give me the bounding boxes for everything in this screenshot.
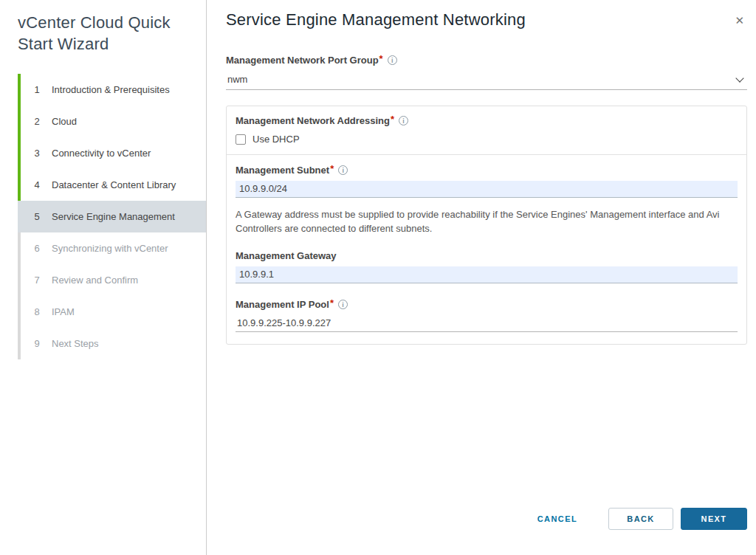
step-number: 9 bbox=[31, 338, 43, 349]
sidebar-item-introduction-prerequisites[interactable]: 1 Introduction & Prerequisites bbox=[18, 74, 206, 106]
page-title: Service Engine Management Networking bbox=[226, 10, 526, 30]
sidebar-item-ipam: 8 IPAM bbox=[18, 296, 206, 328]
step-label: Connectivity to vCenter bbox=[52, 148, 151, 159]
use-dhcp-checkbox[interactable] bbox=[236, 134, 246, 145]
step-number: 4 bbox=[31, 179, 43, 190]
gateway-label: Management Gateway bbox=[236, 250, 337, 262]
step-number: 3 bbox=[31, 148, 43, 159]
step-label: Introduction & Prerequisites bbox=[52, 84, 170, 95]
next-button[interactable]: NEXT bbox=[681, 508, 747, 530]
step-number: 6 bbox=[31, 243, 43, 254]
network-addressing-card: Management Network Addressing * i Use DH… bbox=[226, 106, 747, 345]
step-number: 2 bbox=[31, 116, 43, 127]
step-label: Synchronizing with vCenter bbox=[52, 243, 168, 254]
required-asterisk: * bbox=[330, 299, 334, 308]
step-label: IPAM bbox=[52, 306, 75, 317]
info-icon[interactable]: i bbox=[338, 165, 348, 175]
step-label: Cloud bbox=[52, 116, 77, 127]
subnet-label-row: Management Subnet * i bbox=[236, 165, 738, 176]
port-group-selected-value: nwm bbox=[227, 74, 247, 85]
gateway-note: A Gateway address must be supplied to pr… bbox=[236, 208, 738, 236]
port-group-select[interactable]: nwm bbox=[226, 71, 747, 90]
info-icon[interactable]: i bbox=[399, 116, 408, 125]
management-subnet-input[interactable] bbox=[236, 181, 738, 198]
gateway-label-row: Management Gateway bbox=[236, 250, 738, 262]
step-label: Review and Confirm bbox=[52, 275, 138, 286]
required-asterisk: * bbox=[391, 115, 394, 124]
use-dhcp-option[interactable]: Use DHCP bbox=[236, 134, 738, 145]
step-number: 7 bbox=[31, 275, 43, 286]
divider bbox=[227, 154, 746, 155]
sidebar-item-service-engine-management[interactable]: 5 Service Engine Management bbox=[18, 201, 206, 232]
addressing-label-row: Management Network Addressing * i bbox=[236, 115, 738, 127]
sidebar-item-next-steps: 9 Next Steps bbox=[18, 328, 206, 359]
step-number: 1 bbox=[31, 84, 43, 95]
close-icon[interactable]: ✕ bbox=[729, 10, 747, 29]
sidebar-item-datacenter-content-library[interactable]: 4 Datacenter & Content Library bbox=[18, 169, 206, 201]
sidebar-item-review-and-confirm: 7 Review and Confirm bbox=[18, 264, 206, 296]
sidebar-item-connectivity-to-vcenter[interactable]: 3 Connectivity to vCenter bbox=[18, 137, 206, 169]
wizard-content-panel: Service Engine Management Networking ✕ M… bbox=[207, 0, 756, 555]
required-asterisk: * bbox=[330, 165, 334, 173]
required-asterisk: * bbox=[379, 55, 383, 63]
wizard-footer-actions: CANCEL BACK NEXT bbox=[524, 508, 747, 530]
ip-pool-label: Management IP Pool bbox=[236, 299, 329, 311]
addressing-label: Management Network Addressing bbox=[236, 115, 390, 127]
info-icon[interactable]: i bbox=[338, 300, 348, 309]
step-number: 5 bbox=[31, 211, 43, 222]
ip-pool-label-row: Management IP Pool * i bbox=[236, 299, 738, 311]
wizard-step-list: 1 Introduction & Prerequisites 2 Cloud 3… bbox=[18, 74, 206, 359]
chevron-down-icon bbox=[735, 74, 743, 82]
step-label: Next Steps bbox=[52, 338, 99, 349]
sidebar-item-synchronizing-with-vcenter: 6 Synchronizing with vCenter bbox=[18, 232, 206, 264]
wizard-steps-sidebar: vCenter Cloud Quick Start Wizard 1 Intro… bbox=[0, 0, 207, 555]
back-button[interactable]: BACK bbox=[608, 508, 673, 530]
quick-start-wizard-window: vCenter Cloud Quick Start Wizard 1 Intro… bbox=[0, 0, 756, 555]
wizard-title: vCenter Cloud Quick Start Wizard bbox=[18, 12, 193, 55]
step-label: Datacenter & Content Library bbox=[52, 179, 176, 190]
port-group-label: Management Network Port Group bbox=[226, 55, 379, 66]
info-icon[interactable]: i bbox=[388, 55, 397, 65]
networking-form: Management Network Port Group * i nwm Ma… bbox=[226, 55, 747, 345]
use-dhcp-label: Use DHCP bbox=[252, 134, 300, 145]
step-number: 8 bbox=[31, 306, 43, 317]
cancel-button[interactable]: CANCEL bbox=[524, 508, 591, 530]
page-header: Service Engine Management Networking ✕ bbox=[226, 10, 747, 30]
sidebar-item-cloud[interactable]: 2 Cloud bbox=[18, 106, 206, 137]
subnet-label: Management Subnet bbox=[236, 165, 329, 176]
management-gateway-input[interactable] bbox=[236, 266, 738, 283]
step-label: Service Engine Management bbox=[52, 211, 175, 222]
management-ip-pool-input[interactable] bbox=[236, 315, 738, 332]
port-group-label-row: Management Network Port Group * i bbox=[226, 55, 747, 66]
